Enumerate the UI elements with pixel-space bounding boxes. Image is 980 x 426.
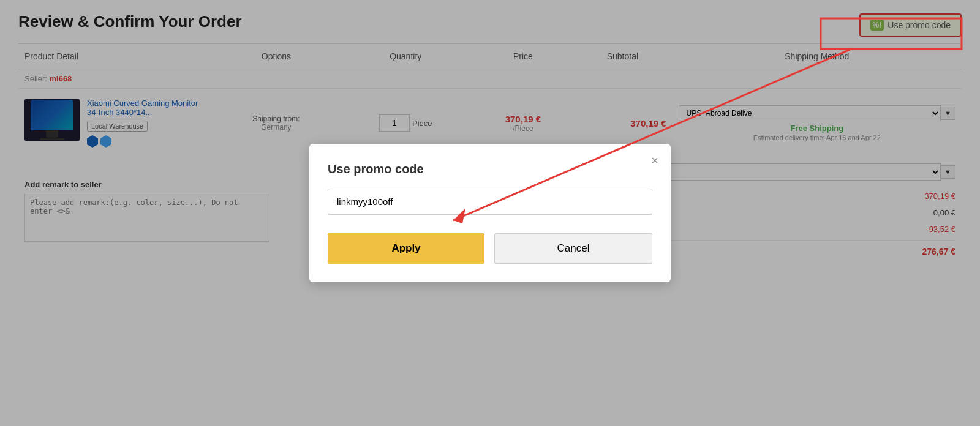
apply-button[interactable]: Apply bbox=[328, 233, 484, 264]
modal-actions: Apply Cancel bbox=[328, 233, 652, 264]
promo-modal: × Use promo code Apply Cancel bbox=[309, 144, 671, 282]
promo-code-input[interactable] bbox=[328, 189, 652, 215]
modal-title: Use promo code bbox=[328, 162, 652, 176]
cancel-button[interactable]: Cancel bbox=[494, 233, 652, 264]
modal-overlay: × Use promo code Apply Cancel bbox=[0, 0, 980, 426]
modal-close-button[interactable]: × bbox=[651, 154, 658, 168]
